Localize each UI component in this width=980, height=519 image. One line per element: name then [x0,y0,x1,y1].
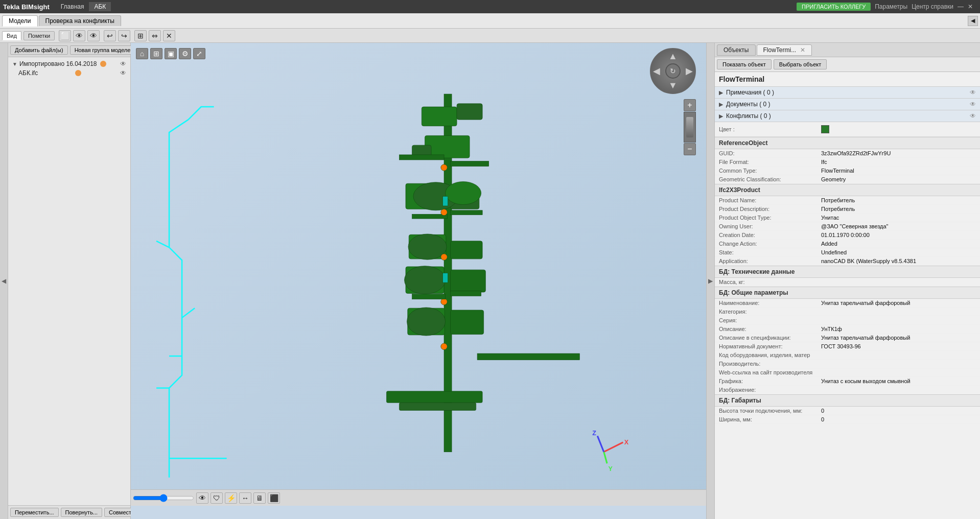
zoom-slider[interactable] [684,112,696,143]
prop-change-action-label: Change Action: [719,241,821,247]
accordion-documents-header[interactable]: ▶ Документы ( 0 ) 👁 [715,99,980,110]
secondary-toolbar: Вид Пометки ⬜ 👁 👁 ↩ ↪ ⊞ ⇔ ✕ [0,29,980,43]
prop-product-obj-type: Product Object Type: Унитас [715,214,980,222]
svg-point-16 [446,181,481,204]
prop-owning-user-value: @ЗАО "Северная звезда" [821,223,976,229]
fullscreen-icon[interactable]: ⤢ [193,48,205,59]
accordion-notes-header[interactable]: ▶ Примечания ( 0 ) 👁 [715,87,980,98]
menu-glavnaya[interactable]: Главная [56,2,89,11]
prop-series-value [821,317,976,323]
split-view-icon[interactable]: ⇔ [149,30,161,41]
invite-colleague-button[interactable]: ПРИГЛАСИТЬ КОЛЛЕГУ [797,3,871,11]
cube-bottom-icon[interactable]: ⬛ [268,492,280,504]
prop-mass: Масса, кг: [715,278,980,287]
right-panel-content: ▶ Примечания ( 0 ) 👁 ▶ Документы ( 0 ) 👁… [715,87,980,519]
shield-bottom-icon[interactable]: 🛡 [211,492,223,504]
nav-left-icon[interactable]: ◀ [653,65,660,77]
nav-circle[interactable]: ▲ ▼ ◀ ▶ ↻ [650,48,696,94]
navigation-widget[interactable]: ▲ ▼ ◀ ▶ ↻ [650,48,696,94]
accordion-conflicts-eye-icon[interactable]: 👁 [970,112,976,120]
accordion-notes-eye-icon[interactable]: 👁 [970,89,976,96]
titlebar: Tekla BIMsight Главная АБК ПРИГЛАСИТЬ КО… [0,0,980,13]
prop-description-label: Описание: [719,326,821,332]
prop-product-name: Product Name: Потребитель [715,196,980,205]
prop-geometric-class-label: Geometric Classification: [719,176,821,182]
prop-manufacturer: Производитель: [715,360,980,368]
nav-down-icon[interactable]: ▼ [668,80,678,91]
collapse-left-icon[interactable]: ◀ [968,16,978,26]
select-box-icon[interactable]: ⬜ [59,30,71,41]
prop-common-type: Common Type: FlowTerminal [715,167,980,175]
prop-manufacturer-value [821,361,976,367]
section-title-ifc2x3product: Ifc2X3Product [715,184,980,196]
select-object-button[interactable]: Выбрать объект [774,59,827,69]
settings-view-icon[interactable]: ⚙ [179,48,191,59]
move-button[interactable]: Переместить... [10,508,59,517]
add-files-button[interactable]: Добавить файл(ы) [10,45,68,55]
prop-product-name-label: Product Name: [719,197,821,203]
viewport-tab-notes[interactable]: Пометки [24,31,55,40]
visibility-icon[interactable]: 👁 [87,30,100,41]
preset-views-icon[interactable]: ▣ [165,48,177,59]
tree-eye-imported[interactable]: 👁 [120,60,126,67]
prop-norm-doc-value: ГОСТ 30493-96 [821,343,976,349]
accordion-conflicts-header[interactable]: ▶ Конфликты ( 0 ) 👁 [715,110,980,122]
zoom-out-button[interactable]: − [684,143,696,155]
tab-conflicts[interactable]: Проверка на конфликты [39,15,121,26]
dimensions-props: Высота точки подключения, мм: 0 Ширина, … [715,407,980,424]
fit-all-icon[interactable]: ⊞ [150,48,162,59]
tree-group-header-imported[interactable]: ▼ Импортировано 16.04.2018 👁 [10,59,128,68]
prop-equip-code-value [821,352,976,358]
eye-icon[interactable]: 👁 [73,30,85,41]
svg-text:Y: Y [609,465,613,473]
viewport-tab-view[interactable]: Вид [2,31,21,40]
close-button[interactable]: ✕ [968,3,973,10]
home-view-icon[interactable]: ⌂ [136,48,148,59]
accordion-docs-eye-icon[interactable]: 👁 [970,101,976,108]
svg-rect-18 [451,210,483,215]
accordion-docs-arrow: ▶ [719,101,723,108]
viewport-content[interactable]: X Z Y ▲ ▼ ◀ ▶ ↻ ⌂ ⊞ [131,43,706,506]
svg-rect-34 [451,310,484,335]
rotate-icon: ↻ [670,67,676,75]
tab-objects[interactable]: Объекты [717,44,756,56]
help-link[interactable]: Центр справки [912,3,953,10]
zoom-in-button[interactable]: + [684,99,696,111]
tab-flow-terminal-label: FlowTermi... [763,46,797,54]
undo-icon[interactable]: ↩ [104,30,116,41]
arrows-bottom-icon[interactable]: ↔ [239,492,251,504]
fit-view-icon[interactable]: ⊞ [134,30,147,41]
nav-right-icon[interactable]: ▶ [686,65,693,77]
prop-creation-date-value: 01.01.1970 0:00:00 [821,232,976,238]
eye-bottom-icon[interactable]: 👁 [196,492,208,504]
svg-rect-37 [477,353,579,360]
svg-point-23 [441,209,448,216]
collapse-left-panel-button[interactable]: ◀ [0,43,8,519]
prop-image: Изображение: [715,386,980,394]
show-object-button[interactable]: Показать объект [717,59,772,69]
tab-models[interactable]: Модели [2,15,38,27]
nav-up-icon[interactable]: ▲ [668,51,678,62]
tree-eye-abk[interactable]: 👁 [120,69,126,77]
left-panel: Добавить файл(ы) Новая группа моделей ▼ … [8,43,131,519]
timeline-slider[interactable] [133,494,194,502]
left-panel-toolbar: Добавить файл(ы) Новая группа моделей [8,43,130,57]
redo-icon[interactable]: ↪ [118,30,130,41]
svg-rect-12 [451,161,489,166]
params-link[interactable]: Параметры [875,3,907,10]
prop-name: Наименование: Унитаз тарельчатый фарфоро… [715,299,980,308]
minimize-button[interactable]: — [958,3,964,10]
tree-item-abk[interactable]: АБК.ifc 👁 [10,68,128,78]
new-group-button[interactable]: Новая группа моделей [70,45,138,55]
lightning-bottom-icon[interactable]: ⚡ [225,492,237,504]
tab-flow-terminal[interactable]: FlowTermi... ✕ [757,44,812,56]
rotate-button[interactable]: Повернуть... [61,508,103,517]
tab-close-icon[interactable]: ✕ [800,46,805,54]
menu-abk[interactable]: АБК [89,2,111,11]
nav-center-button[interactable]: ↻ [665,63,681,79]
monitor-bottom-icon[interactable]: 🖥 [253,492,266,504]
prop-file-format: File Format: Ifc [715,158,980,167]
color-label: Цвет : [719,126,821,132]
close-view-icon[interactable]: ✕ [163,30,175,41]
collapse-right-panel-button[interactable]: ▶ [706,43,714,519]
